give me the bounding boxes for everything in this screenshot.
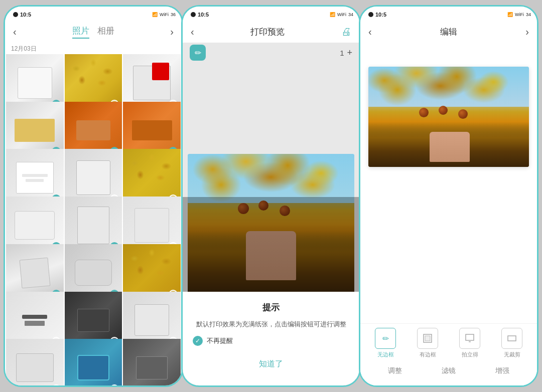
battery-1: 36 — [171, 12, 176, 17]
dialog-box: 提示 默认打印效果为充满纸张，点击编辑按钮可进行调整 ✓ 不再提醒 知道了 — [183, 292, 359, 386]
edit-screen: ✏ 无边框 有边框 拍立得 — [360, 43, 537, 385]
wifi-icon-1: WiFi — [160, 12, 169, 17]
signal-icon-3: 📶 — [507, 12, 513, 17]
print-screen: ✏ 1 + — [183, 43, 359, 385]
back-button-2[interactable]: ‹ — [191, 26, 194, 38]
tab-filter[interactable]: 滤镜 — [442, 364, 456, 377]
borderless-icon: ✏ — [375, 328, 396, 349]
edit-title: 编辑 — [440, 26, 457, 38]
tab-enhance[interactable]: 增强 — [495, 364, 509, 377]
svg-rect-3 — [469, 340, 471, 342]
battery-2: 34 — [348, 12, 353, 17]
tab-photos[interactable]: 照片 — [72, 25, 89, 39]
edit-hand — [430, 132, 470, 162]
bordered-label: 有边框 — [420, 351, 436, 358]
nav-bar-2: ‹ 打印预览 🖨 — [183, 21, 359, 43]
print-title: 打印预览 — [250, 26, 285, 38]
option-bordered[interactable]: 有边框 — [417, 328, 438, 358]
edit-icon-btn[interactable]: ✏ — [190, 45, 206, 61]
tab-albums[interactable]: 相册 — [97, 25, 114, 39]
status-bar-2: 10:5 📶 WiFi 34 — [183, 7, 359, 21]
nav-bar-3: ‹ 编辑 › — [360, 21, 537, 43]
svg-rect-4 — [508, 336, 516, 341]
phone-1-gallery: 10:5 📶 WiFi 36 ‹ 照片 相册 › 12月03日 — [4, 5, 183, 387]
dialog-confirm-btn[interactable]: 知道了 — [193, 355, 349, 373]
edit-photo-inner — [368, 67, 529, 167]
forward-button-3[interactable]: › — [525, 26, 529, 38]
time-2: 10:5 — [198, 12, 209, 18]
borderless-label: 无边框 — [377, 351, 394, 358]
time-1: 10:5 — [20, 12, 31, 18]
nocrop-icon — [501, 328, 522, 349]
time-3: 10:5 — [375, 12, 386, 18]
edit-bottom: ✏ 无边框 有边框 拍立得 — [360, 323, 537, 385]
svg-rect-2 — [466, 334, 474, 340]
nav-tabs-1: 照片 相册 — [72, 25, 114, 39]
camera-cutout-2 — [191, 12, 196, 17]
photo-cell-19[interactable] — [6, 339, 64, 385]
photo-cell-21[interactable] — [123, 339, 181, 385]
status-bar-1: 10:5 📶 WiFi 36 — [5, 7, 182, 21]
print-count-area: 1 + — [340, 48, 352, 58]
phone-3-edit: 10:5 📶 WiFi 34 ‹ 编辑 › — [359, 5, 538, 387]
print-count: 1 — [340, 49, 344, 57]
option-borderless[interactable]: ✏ 无边框 — [375, 328, 396, 358]
camera-cutout-3 — [368, 12, 373, 17]
wifi-icon-3: WiFi — [515, 12, 524, 17]
dialog-checkbox-label[interactable]: 不再提醒 — [207, 336, 233, 345]
dialog-checkbox-row: ✓ 不再提醒 — [193, 336, 349, 346]
photo-grid — [5, 54, 182, 385]
photostand-icon — [459, 328, 480, 349]
battery-3: 34 — [526, 12, 531, 17]
edit-tabs-row: 调整 滤镜 增强 — [360, 360, 537, 381]
svg-rect-1 — [425, 336, 430, 341]
status-bar-3: 10:5 📶 WiFi 34 — [360, 7, 537, 21]
edit-photo-area — [360, 43, 537, 191]
dialog-title: 提示 — [193, 302, 349, 313]
back-button-3[interactable]: ‹ — [368, 26, 372, 38]
edit-photo-frame — [368, 67, 529, 167]
wifi-icon-2: WiFi — [337, 12, 346, 17]
status-icons-3: 📶 WiFi 34 — [507, 12, 531, 17]
dialog-message: 默认打印效果为充满纸张，点击编辑按钮可进行调整 — [193, 319, 349, 329]
option-nocrop[interactable]: 无裁剪 — [501, 328, 522, 358]
phone-2-print: 10:5 📶 WiFi 34 ‹ 打印预览 🖨 ✏ 1 + — [181, 5, 361, 387]
add-count-btn[interactable]: + — [347, 48, 352, 58]
status-icons-2: 📶 WiFi 34 — [330, 12, 353, 17]
nocrop-label: 无裁剪 — [504, 351, 520, 358]
edit-nuts — [414, 108, 486, 133]
bordered-icon — [417, 328, 438, 349]
forward-button-1[interactable]: › — [170, 26, 174, 38]
photo-screen: 12月03日 — [5, 43, 182, 385]
tab-adjust[interactable]: 调整 — [388, 364, 402, 377]
signal-icon-2: 📶 — [330, 12, 335, 17]
camera-cutout-1 — [13, 12, 18, 17]
print-toolbar: ✏ 1 + — [183, 43, 359, 63]
edit-spacer — [360, 191, 537, 323]
photostand-label: 拍立得 — [462, 351, 478, 358]
status-icons-1: 📶 WiFi 36 — [152, 12, 176, 17]
date-label: 12月03日 — [5, 43, 182, 54]
nav-bar-1: ‹ 照片 相册 › — [5, 21, 182, 43]
signal-icon-1: 📶 — [152, 12, 158, 17]
dialog-checkbox-icon[interactable]: ✓ — [193, 336, 203, 346]
print-icon-btn[interactable]: 🖨 — [341, 26, 351, 38]
photo-cell-20[interactable] — [65, 339, 122, 385]
option-photostand[interactable]: 拍立得 — [459, 328, 480, 358]
edit-options-row: ✏ 无边框 有边框 拍立得 — [360, 323, 537, 360]
back-button-1[interactable]: ‹ — [13, 26, 17, 38]
dialog-overlay: 提示 默认打印效果为充满纸张，点击编辑按钮可进行调整 ✓ 不再提醒 知道了 — [183, 197, 359, 385]
